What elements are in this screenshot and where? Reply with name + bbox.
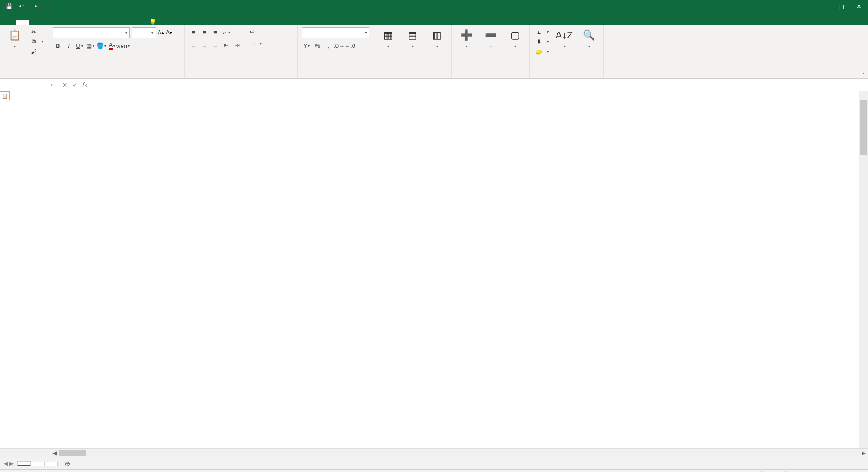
percent-icon[interactable]: % — [312, 41, 322, 51]
cancel-formula-icon[interactable]: ✕ — [62, 81, 68, 89]
qat-customize-icon[interactable]: ▾ — [44, 1, 55, 11]
tab-home[interactable] — [16, 20, 29, 25]
status-bar: ▦ ▤ ▭ − + — [0, 469, 868, 472]
undo-icon[interactable]: ↶▾ — [17, 1, 28, 11]
sigma-icon: Σ — [535, 28, 542, 35]
group-number-label — [302, 76, 369, 77]
font-name-combo[interactable]: ▾ — [53, 27, 130, 38]
clear-button[interactable]: 🧽▾ — [533, 47, 551, 56]
tab-help[interactable] — [118, 20, 130, 25]
fill-down-icon: ⬇ — [535, 38, 542, 45]
redo-icon[interactable]: ↷▾ — [31, 1, 42, 11]
merge-icon: ▭ — [248, 40, 255, 47]
sheet-tab-1[interactable] — [17, 461, 31, 466]
sheet-tab-3[interactable] — [44, 462, 58, 466]
paste-options-button[interactable]: 📋 — [0, 91, 10, 100]
fill-color-button[interactable]: 🪣▾ — [96, 41, 106, 51]
merge-center-button[interactable]: ▭▾ — [246, 39, 264, 48]
increase-decimal-icon[interactable]: .0→ — [334, 41, 344, 51]
align-right-icon[interactable]: ≡ — [210, 40, 220, 50]
view-switcher: ▦ ▤ ▭ — [761, 471, 798, 472]
maximize-button[interactable]: ▢ — [832, 0, 850, 13]
grid[interactable]: 📋 — [0, 91, 868, 448]
format-table-button[interactable]: ▤▾ — [401, 27, 423, 49]
tab-view[interactable] — [92, 20, 105, 25]
align-center-icon[interactable]: ≡ — [199, 40, 209, 50]
find-select-button[interactable]: 🔍▾ — [578, 27, 599, 49]
tab-data[interactable] — [67, 20, 80, 25]
number-format-combo[interactable]: ▾ — [302, 27, 369, 38]
copy-button[interactable]: ⧉▾ — [28, 37, 45, 46]
orientation-icon[interactable]: ⤢▾ — [221, 27, 231, 37]
wrap-text-button[interactable]: ↩ — [246, 27, 264, 36]
fx-icon[interactable]: fx — [82, 81, 87, 89]
align-top-icon[interactable]: ≡ — [189, 27, 198, 37]
tab-insert[interactable] — [29, 20, 42, 25]
name-box[interactable]: ▾ — [2, 80, 56, 90]
tab-review[interactable] — [80, 20, 92, 25]
tell-me-search[interactable]: 💡 — [149, 19, 159, 25]
underline-button[interactable]: U▾ — [75, 41, 85, 51]
bold-button[interactable]: B — [53, 41, 63, 51]
tab-file[interactable] — [4, 20, 16, 25]
indent-increase-icon[interactable]: ⇥ — [232, 40, 242, 50]
comma-icon[interactable]: , — [323, 41, 333, 51]
collapse-ribbon-icon[interactable]: ⌃ — [862, 72, 865, 77]
page-layout-view-button[interactable]: ▤ — [774, 471, 786, 472]
paste-button[interactable]: 📋 ▾ — [4, 27, 25, 49]
autosum-button[interactable]: Σ▾ — [533, 27, 551, 36]
group-number: ▾ ¥▾ % , .0→ ←.0 — [298, 25, 373, 78]
cut-button[interactable]: ✂ — [28, 27, 45, 36]
sort-icon: A↓Z — [557, 28, 571, 42]
vertical-scrollbar[interactable] — [859, 91, 868, 448]
indent-decrease-icon[interactable]: ⇤ — [221, 40, 231, 50]
format-cells-button[interactable]: ▢▾ — [504, 27, 526, 49]
hscroll-thumb[interactable] — [59, 450, 86, 456]
phonetic-button[interactable]: wén▾ — [118, 41, 128, 51]
minimize-button[interactable]: — — [814, 0, 832, 13]
group-clipboard-label — [4, 76, 45, 77]
align-left-icon[interactable]: ≡ — [189, 40, 198, 50]
horizontal-scrollbar[interactable]: ◀ ▶ — [0, 448, 868, 457]
add-sheet-button[interactable]: ⊕ — [58, 458, 76, 470]
align-bottom-icon[interactable]: ≡ — [210, 27, 220, 37]
group-cells-label — [455, 76, 526, 77]
fill-button[interactable]: ⬇▾ — [533, 37, 551, 46]
group-font: ▾ ▾ A▴ A▾ B I U▾ ▦▾ 🪣▾ A▾ wén▾ — [49, 25, 185, 78]
sheet-tab-2[interactable] — [31, 462, 44, 466]
tab-formulas[interactable] — [54, 20, 67, 25]
scrollbar-thumb[interactable] — [860, 100, 867, 155]
font-color-button[interactable]: A▾ — [107, 41, 117, 51]
group-font-label — [53, 76, 181, 77]
group-clipboard: 📋 ▾ ✂ ⧉▾ 🖌 — [0, 25, 49, 78]
scroll-right-icon[interactable]: ▶ — [859, 449, 868, 457]
insert-cells-button[interactable]: ➕▾ — [455, 27, 477, 49]
align-middle-icon[interactable]: ≡ — [199, 27, 209, 37]
tab-developer[interactable] — [105, 20, 118, 25]
page-break-view-button[interactable]: ▭ — [787, 471, 798, 472]
currency-icon[interactable]: ¥▾ — [302, 41, 311, 51]
normal-view-button[interactable]: ▦ — [761, 471, 773, 472]
formula-input[interactable] — [92, 80, 859, 90]
tab-acrobat[interactable] — [130, 20, 143, 25]
sheet-nav[interactable]: ◀▶ — [0, 460, 17, 467]
delete-cells-button[interactable]: ➖▾ — [480, 27, 501, 49]
conditional-format-button[interactable]: ▦▾ — [377, 27, 399, 49]
increase-font-icon[interactable]: A▴ — [158, 29, 164, 36]
font-size-combo[interactable]: ▾ — [132, 27, 156, 38]
format-painter-button[interactable]: 🖌 — [28, 47, 45, 56]
cell-styles-button[interactable]: ▥▾ — [426, 27, 448, 49]
border-button[interactable]: ▦▾ — [85, 41, 95, 51]
scroll-left-icon[interactable]: ◀ — [50, 449, 59, 457]
group-alignment-label — [189, 76, 294, 77]
italic-button[interactable]: I — [64, 41, 74, 51]
decrease-decimal-icon[interactable]: ←.0 — [345, 41, 355, 51]
tab-page-layout[interactable] — [42, 20, 54, 25]
close-button[interactable]: ✕ — [850, 0, 868, 13]
save-icon[interactable]: 💾 — [4, 1, 14, 11]
accept-formula-icon[interactable]: ✓ — [72, 81, 78, 89]
group-editing: Σ▾ ⬇▾ 🧽▾ A↓Z▾ 🔍▾ — [530, 25, 604, 78]
ribbon: 📋 ▾ ✂ ⧉▾ 🖌 ▾ ▾ A▴ A▾ B I U▾ ▦▾ — [0, 25, 868, 79]
decrease-font-icon[interactable]: A▾ — [166, 29, 172, 36]
sort-filter-button[interactable]: A↓Z▾ — [553, 27, 575, 49]
